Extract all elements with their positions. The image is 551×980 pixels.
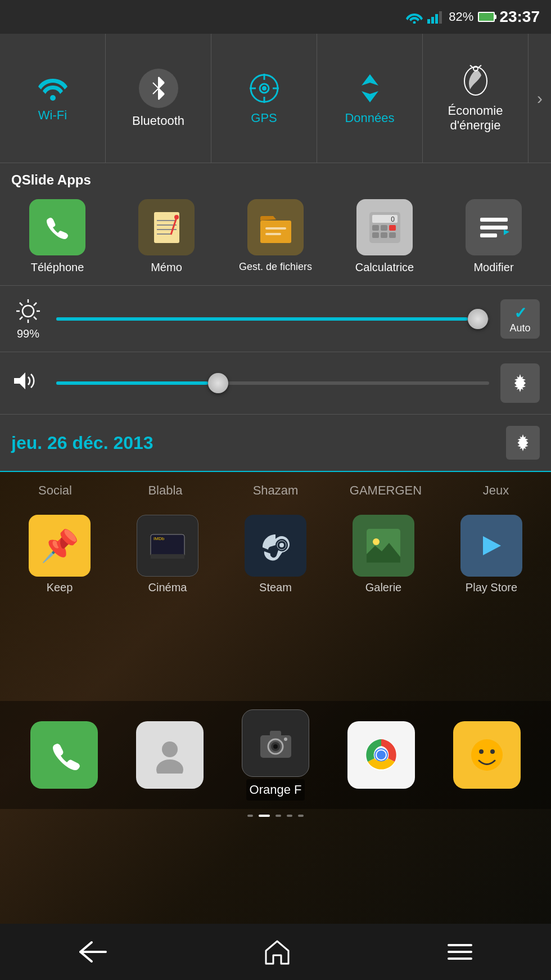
svg-rect-2 bbox=[431, 17, 434, 24]
memo-label: Mémo bbox=[151, 261, 182, 274]
calculator-label: Calculatrice bbox=[355, 261, 414, 274]
home-app-keep[interactable]: 📌 Keep bbox=[11, 515, 108, 594]
app-telephone[interactable]: Téléphone bbox=[6, 199, 109, 274]
home-app-cinema[interactable]: IMDb Cinéma bbox=[119, 515, 216, 594]
svg-rect-47 bbox=[389, 232, 396, 238]
wifi-status-icon bbox=[406, 10, 423, 24]
menu-button[interactable] bbox=[446, 941, 474, 963]
svg-rect-4 bbox=[439, 11, 442, 24]
toggle-data[interactable]: Données bbox=[317, 34, 423, 163]
nav-dot-3[interactable] bbox=[276, 815, 281, 817]
svg-rect-50 bbox=[480, 233, 497, 237]
keep-label: Keep bbox=[47, 581, 73, 594]
svg-line-59 bbox=[34, 303, 37, 305]
dock-chrome[interactable] bbox=[347, 721, 415, 789]
playstore-label: Play Store bbox=[466, 581, 517, 594]
toggle-bluetooth[interactable]: Bluetooth bbox=[106, 34, 211, 163]
svg-rect-37 bbox=[265, 227, 286, 230]
app-calculator[interactable]: 0 Calculatrice bbox=[333, 199, 436, 274]
dock-camera[interactable]: Orange F bbox=[242, 709, 309, 801]
folder-tabs: Social Blabla Shazam GAMERGEN Jeux bbox=[0, 472, 551, 509]
svg-rect-38 bbox=[265, 233, 281, 235]
volume-icon bbox=[11, 367, 45, 400]
modifier-icon bbox=[466, 199, 522, 255]
dock-emoji[interactable] bbox=[453, 721, 521, 789]
modifier-label: Modifier bbox=[473, 261, 513, 274]
toggle-wifi[interactable]: Wi-Fi bbox=[0, 34, 106, 163]
volume-section bbox=[0, 352, 551, 415]
svg-line-13 bbox=[153, 83, 159, 88]
svg-line-60 bbox=[20, 317, 22, 320]
nav-dot-1[interactable] bbox=[247, 815, 253, 817]
nav-dots bbox=[0, 809, 551, 822]
date-section: jeu. 26 déc. 2013 bbox=[0, 415, 551, 472]
app-modifier[interactable]: Modifier bbox=[442, 199, 545, 274]
toggle-eco[interactable]: Économied'énergie bbox=[423, 34, 529, 163]
svg-point-85 bbox=[377, 750, 386, 759]
folder-tab-jeux[interactable]: Jeux bbox=[441, 478, 551, 504]
cinema-label: Cinéma bbox=[148, 581, 187, 594]
svg-point-0 bbox=[413, 21, 416, 24]
dock: Orange F bbox=[0, 701, 551, 809]
home-app-galerie[interactable]: Galerie bbox=[335, 515, 432, 594]
galerie-label: Galerie bbox=[365, 581, 401, 594]
homescreen: Social Blabla Shazam GAMERGEN Jeux 📌 Kee… bbox=[0, 472, 551, 956]
folder-tab-shazam[interactable]: Shazam bbox=[220, 478, 331, 504]
folder-tab-social[interactable]: Social bbox=[0, 478, 110, 504]
svg-point-74 bbox=[162, 741, 178, 757]
folder-tab-blabla[interactable]: Blabla bbox=[110, 478, 220, 504]
volume-slider[interactable] bbox=[56, 372, 489, 394]
svg-rect-42 bbox=[372, 225, 379, 231]
svg-marker-22 bbox=[362, 74, 370, 86]
eco-toggle-icon bbox=[459, 64, 493, 98]
svg-rect-45 bbox=[372, 232, 379, 238]
nav-dot-5[interactable] bbox=[298, 815, 304, 817]
brightness-auto-button[interactable]: ✓ Auto bbox=[500, 299, 540, 339]
home-app-playstore[interactable]: Play Store bbox=[443, 515, 540, 594]
qslide-apps: Téléphone Mémo Gest. de fic bbox=[0, 194, 551, 286]
svg-point-5 bbox=[50, 95, 56, 101]
svg-line-28 bbox=[479, 65, 481, 67]
svg-point-86 bbox=[471, 739, 503, 771]
app-files[interactable]: Gest. de fichiers bbox=[224, 199, 327, 273]
volume-settings-button[interactable] bbox=[500, 363, 540, 403]
bottom-nav-bar bbox=[0, 924, 551, 980]
dock-contacts-icon bbox=[136, 721, 204, 789]
battery-icon bbox=[478, 12, 495, 22]
bluetooth-label: Bluetooth bbox=[132, 114, 184, 128]
brightness-slider[interactable] bbox=[56, 308, 489, 330]
dock-contacts[interactable] bbox=[136, 721, 204, 789]
wifi-toggle-icon bbox=[36, 74, 70, 102]
toggle-scroll-arrow[interactable]: › bbox=[529, 34, 551, 163]
toggle-gps[interactable]: GPS bbox=[211, 34, 317, 163]
telephone-label: Téléphone bbox=[31, 261, 84, 274]
memo-icon bbox=[138, 199, 195, 255]
nav-dot-2[interactable] bbox=[259, 815, 270, 817]
back-button[interactable] bbox=[78, 939, 109, 965]
home-app-steam[interactable]: Steam bbox=[227, 515, 324, 594]
date-settings-button[interactable] bbox=[506, 426, 540, 460]
svg-point-71 bbox=[373, 538, 380, 545]
brightness-icon bbox=[14, 297, 42, 325]
clock: 23:37 bbox=[499, 8, 540, 26]
nav-dot-4[interactable] bbox=[287, 815, 292, 817]
auto-label: Auto bbox=[509, 322, 530, 334]
svg-text:0: 0 bbox=[391, 215, 395, 223]
svg-line-12 bbox=[153, 88, 159, 94]
battery-percent: 82% bbox=[449, 10, 473, 24]
dock-phone-icon bbox=[30, 721, 98, 789]
svg-rect-36 bbox=[260, 221, 291, 243]
orange-f-label: Orange F bbox=[246, 779, 305, 801]
dock-phone[interactable] bbox=[30, 721, 98, 789]
svg-rect-48 bbox=[480, 218, 508, 222]
brightness-section: 99% ✓ Auto bbox=[0, 286, 551, 352]
app-memo[interactable]: Mémo bbox=[115, 199, 218, 274]
brightness-percent: 99% bbox=[11, 327, 45, 340]
signal-status-icon bbox=[427, 10, 444, 24]
folder-tab-gamergen[interactable]: GAMERGEN bbox=[331, 478, 441, 504]
steam-label: Steam bbox=[259, 581, 292, 594]
svg-point-69 bbox=[279, 543, 284, 547]
date-display: jeu. 26 déc. 2013 bbox=[11, 433, 495, 453]
home-button[interactable] bbox=[263, 938, 291, 965]
svg-marker-21 bbox=[370, 74, 378, 86]
